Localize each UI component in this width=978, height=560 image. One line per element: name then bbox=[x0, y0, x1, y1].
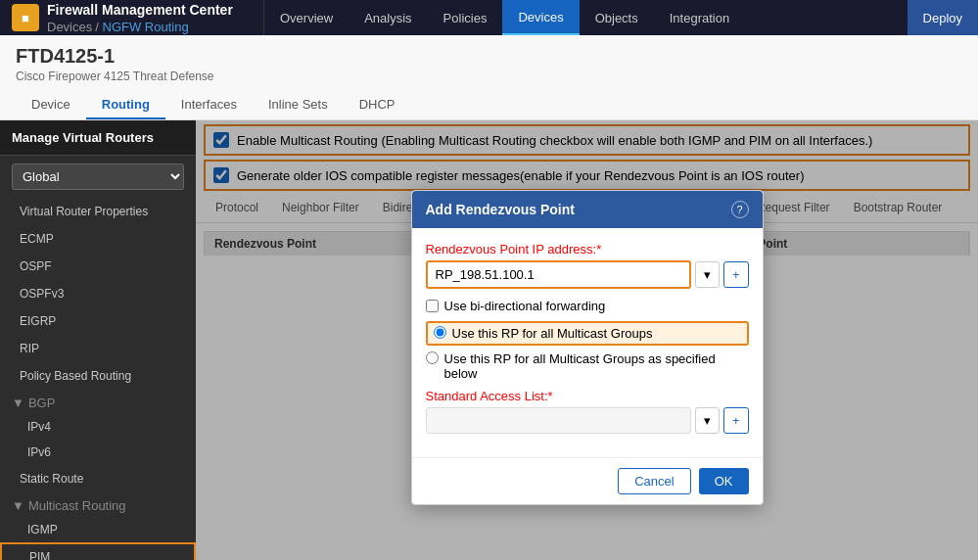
nav-policies[interactable]: Policies bbox=[428, 0, 503, 35]
rp-ip-input[interactable] bbox=[426, 260, 691, 289]
sidebar-item-ipv4[interactable]: IPv4 bbox=[0, 414, 196, 440]
nav-links: Overview Analysis Policies Devices Objec… bbox=[264, 0, 978, 35]
nav-devices[interactable]: Devices bbox=[502, 0, 579, 35]
radio-specified[interactable] bbox=[426, 351, 439, 364]
sidebar: Manage Virtual Routers Global Virtual Ro… bbox=[0, 120, 196, 560]
modal-help-icon[interactable]: ? bbox=[731, 201, 749, 218]
sidebar-multicast-label: Multicast Routing bbox=[28, 498, 126, 513]
sidebar-item-ecmp[interactable]: ECMP bbox=[0, 225, 196, 253]
access-list-input-row: ▾ + bbox=[426, 407, 749, 434]
tab-interfaces[interactable]: Interfaces bbox=[165, 91, 253, 119]
sidebar-item-rip[interactable]: RIP bbox=[0, 335, 196, 362]
sidebar-item-pim[interactable]: PIM bbox=[0, 542, 196, 560]
bidirectional-label: Use bi-directional forwarding bbox=[444, 299, 606, 313]
logo-area: ■ Firewall Management Center Devices / N… bbox=[0, 0, 264, 35]
breadcrumb-devices[interactable]: Devices bbox=[47, 20, 92, 34]
modal-header: Add Rendezvous Point ? bbox=[412, 191, 763, 228]
sub-header: FTD4125-1 Cisco Firepower 4125 Threat De… bbox=[0, 35, 978, 120]
modal-title: Add Rendezvous Point bbox=[426, 202, 575, 217]
tab-dhcp[interactable]: DHCP bbox=[344, 91, 411, 119]
modal-footer: Cancel OK bbox=[412, 457, 763, 504]
access-list-required: * bbox=[548, 389, 553, 403]
nav-analysis[interactable]: Analysis bbox=[349, 0, 427, 35]
modal-body: Rendezvous Point IP address:* ▾ + Use bi… bbox=[412, 228, 763, 457]
rp-ip-add-btn[interactable]: + bbox=[723, 261, 749, 288]
tab-inline-sets[interactable]: Inline Sets bbox=[253, 91, 344, 119]
nav-overview[interactable]: Overview bbox=[264, 0, 349, 35]
sidebar-title: Manage Virtual Routers bbox=[0, 120, 196, 156]
cancel-button[interactable]: Cancel bbox=[618, 468, 690, 494]
radio-specified-row: Use this RP for all Multicast Groups as … bbox=[426, 351, 749, 381]
virtual-router-select[interactable]: Global bbox=[12, 163, 184, 190]
sidebar-item-eigrp[interactable]: EIGRP bbox=[0, 307, 196, 335]
radio-all-multicast-label: Use this RP for all Multicast Groups bbox=[452, 326, 653, 341]
sidebar-item-igmp[interactable]: IGMP bbox=[0, 517, 196, 542]
nav-integration[interactable]: Integration bbox=[654, 0, 745, 35]
multicast-arrow-icon: ▼ bbox=[12, 498, 24, 513]
sidebar-item-virtual-router-properties[interactable]: Virtual Router Properties bbox=[0, 198, 196, 225]
sidebar-item-ipv6[interactable]: IPv6 bbox=[0, 440, 196, 465]
sidebar-item-policy-based-routing[interactable]: Policy Based Routing bbox=[0, 362, 196, 390]
rp-ip-input-row: ▾ + bbox=[426, 260, 749, 289]
sidebar-section-multicast[interactable]: ▼ Multicast Routing bbox=[0, 492, 196, 517]
main-content: Manage Virtual Routers Global Virtual Ro… bbox=[0, 120, 978, 560]
access-list-add-btn[interactable]: + bbox=[723, 407, 749, 434]
radio-all-multicast-row: Use this RP for all Multicast Groups bbox=[426, 321, 749, 346]
rp-ip-label-text: Rendezvous Point IP address: bbox=[426, 242, 597, 257]
device-title: FTD4125-1 bbox=[16, 45, 962, 68]
app-logo-icon: ■ bbox=[12, 4, 39, 31]
logo-letter: ■ bbox=[22, 11, 29, 25]
sidebar-bgp-label: BGP bbox=[28, 396, 55, 410]
device-tab-bar: Device Routing Interfaces Inline Sets DH… bbox=[16, 91, 962, 119]
bidirectional-checkbox[interactable] bbox=[426, 300, 439, 312]
nav-objects[interactable]: Objects bbox=[580, 0, 654, 35]
radio-specified-label: Use this RP for all Multicast Groups as … bbox=[444, 351, 749, 381]
sidebar-item-static-route[interactable]: Static Route bbox=[0, 465, 196, 492]
breadcrumb-ngfw[interactable]: NGFW Routing bbox=[103, 20, 189, 34]
access-list-label: Standard Access List:* bbox=[426, 389, 749, 403]
rp-ip-label: Rendezvous Point IP address:* bbox=[426, 242, 749, 257]
device-subtitle: Cisco Firepower 4125 Threat Defense bbox=[16, 70, 962, 83]
sidebar-section-bgp[interactable]: ▼ BGP bbox=[0, 390, 196, 414]
access-list-dropdown-btn[interactable]: ▾ bbox=[695, 407, 720, 434]
add-rendezvous-modal: Add Rendezvous Point ? Rendezvous Point … bbox=[411, 190, 764, 505]
rp-ip-dropdown-btn[interactable]: ▾ bbox=[695, 261, 720, 288]
tab-device[interactable]: Device bbox=[16, 91, 86, 119]
app-info: Firewall Management Center Devices / NGF… bbox=[47, 2, 233, 34]
bidirectional-checkbox-row: Use bi-directional forwarding bbox=[426, 299, 749, 313]
top-nav: ■ Firewall Management Center Devices / N… bbox=[0, 0, 978, 35]
sidebar-item-ospfv3[interactable]: OSPFv3 bbox=[0, 280, 196, 307]
bgp-arrow-icon: ▼ bbox=[12, 396, 24, 410]
tab-routing[interactable]: Routing bbox=[86, 91, 165, 119]
sidebar-item-ospf[interactable]: OSPF bbox=[0, 253, 196, 280]
rp-ip-required: * bbox=[596, 242, 601, 257]
app-title: Firewall Management Center bbox=[47, 2, 233, 18]
modal-overlay: Add Rendezvous Point ? Rendezvous Point … bbox=[196, 120, 978, 560]
ok-button[interactable]: OK bbox=[699, 468, 749, 494]
right-content: Enable Multicast Routing (Enabling Multi… bbox=[196, 120, 978, 560]
radio-all-multicast[interactable] bbox=[434, 326, 446, 339]
breadcrumb: Devices / NGFW Routing bbox=[47, 20, 233, 34]
access-list-label-text: Standard Access List: bbox=[426, 389, 548, 403]
access-list-input[interactable] bbox=[426, 407, 691, 434]
deploy-button[interactable]: Deploy bbox=[908, 0, 978, 35]
